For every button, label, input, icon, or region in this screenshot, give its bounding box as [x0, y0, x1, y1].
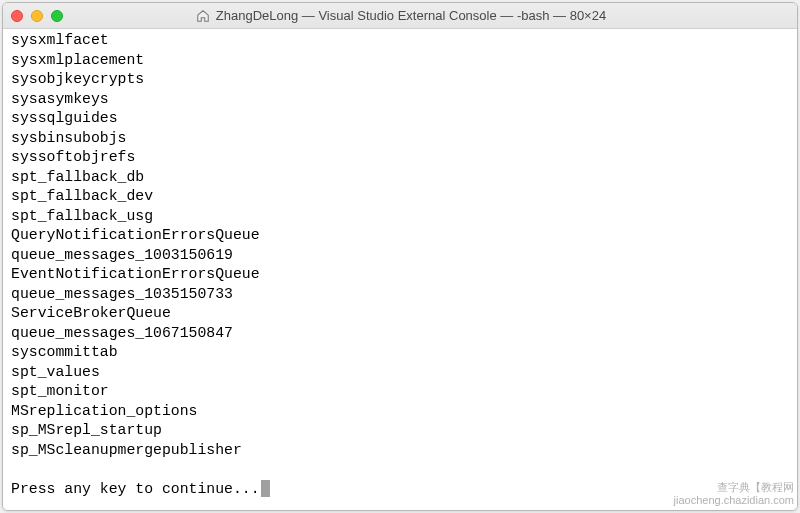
terminal-line: queue_messages_1035150733	[11, 285, 789, 305]
terminal-line: queue_messages_1003150619	[11, 246, 789, 266]
terminal-line: sysobjkeycrypts	[11, 70, 789, 90]
terminal-content[interactable]: sysxmlfacetsysxmlplacementsysobjkeycrypt…	[3, 29, 797, 510]
terminal-line: spt_fallback_db	[11, 168, 789, 188]
terminal-line: MSreplication_options	[11, 402, 789, 422]
terminal-line: QueryNotificationErrorsQueue	[11, 226, 789, 246]
cursor	[261, 480, 270, 497]
terminal-line: sysasymkeys	[11, 90, 789, 110]
terminal-window: ZhangDeLong — Visual Studio External Con…	[2, 2, 798, 511]
terminal-line: sysxmlfacet	[11, 31, 789, 51]
terminal-line: spt_fallback_dev	[11, 187, 789, 207]
terminal-line: syssqlguides	[11, 109, 789, 129]
terminal-line: spt_monitor	[11, 382, 789, 402]
window-title: ZhangDeLong — Visual Studio External Con…	[13, 8, 789, 23]
titlebar[interactable]: ZhangDeLong — Visual Studio External Con…	[3, 3, 797, 29]
terminal-line: sp_MSrepl_startup	[11, 421, 789, 441]
terminal-line: syssoftobjrefs	[11, 148, 789, 168]
terminal-line: syscommittab	[11, 343, 789, 363]
press-key-prompt: Press any key to continue...	[11, 480, 789, 500]
terminal-line: EventNotificationErrorsQueue	[11, 265, 789, 285]
terminal-line: ServiceBrokerQueue	[11, 304, 789, 324]
terminal-line: queue_messages_1067150847	[11, 324, 789, 344]
terminal-line: sp_MScleanupmergepublisher	[11, 441, 789, 461]
terminal-line: spt_values	[11, 363, 789, 383]
window-title-text: ZhangDeLong — Visual Studio External Con…	[216, 8, 606, 23]
terminal-blank-line	[11, 460, 789, 480]
home-icon	[196, 9, 210, 23]
terminal-line: spt_fallback_usg	[11, 207, 789, 227]
terminal-line: sysbinsubobjs	[11, 129, 789, 149]
prompt-text: Press any key to continue...	[11, 481, 260, 497]
terminal-line: sysxmlplacement	[11, 51, 789, 71]
